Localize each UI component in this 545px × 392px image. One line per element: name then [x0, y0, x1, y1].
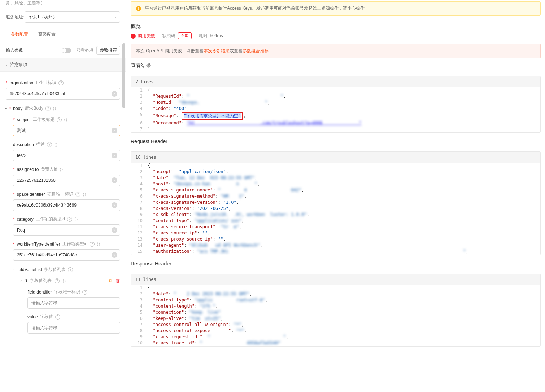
response-header-code[interactable]: 1{2 "date": " 2 Dec 2023 08:22:55 GMT",3…	[131, 285, 540, 346]
main-panel: ! 平台通过已登录用户信息获取当前账号临时Access Keys、发起调用可能对…	[126, 0, 545, 392]
latency-label: 耗时:	[199, 33, 209, 38]
response-header-lines: 11 lines	[131, 274, 540, 285]
help-icon[interactable]: ?	[45, 106, 51, 111]
workitemTypeIdentifier-input[interactable]	[13, 249, 120, 261]
code-icon[interactable]: ⟨⟩	[74, 217, 78, 222]
fieldIdentifier-input[interactable]	[27, 297, 120, 309]
spaceIdentifier-input[interactable]	[13, 199, 120, 211]
field-hint: 字段唯一标识	[54, 289, 80, 295]
sidebar: 务、风险、主题等） 服务地址: 华东1（杭州） ▾ 参数配置 高级配置 输入参数…	[0, 0, 126, 392]
status-code-badge: 400	[178, 32, 192, 39]
required-star: *	[13, 242, 15, 247]
required-star: *	[6, 80, 8, 85]
help-icon[interactable]: ?	[75, 192, 80, 197]
service-endpoint-select[interactable]: 华东1（杭州） ▾	[25, 11, 120, 23]
field-value: value 字段值?	[27, 314, 120, 334]
input-params-label: 输入参数	[6, 47, 23, 53]
code-icon[interactable]: ⟨⟩	[53, 106, 56, 111]
param-recommend-button[interactable]: 参数推荐	[96, 46, 120, 55]
field-category: *category 工作项的类型id?⟨⟩ ×	[13, 216, 120, 236]
result-title: 查看结果	[131, 62, 541, 69]
code-icon[interactable]: ⟨⟩	[64, 117, 67, 122]
warning-icon: !	[136, 6, 141, 11]
help-icon[interactable]: ?	[58, 80, 64, 85]
clear-icon[interactable]: ×	[112, 128, 117, 133]
chevron-down-icon: ›	[4, 108, 9, 109]
field-fieldIdentifier: fieldIdentifier 字段唯一标识?	[27, 289, 120, 309]
help-icon[interactable]: ?	[67, 217, 72, 222]
help-icon[interactable]: ?	[55, 314, 60, 320]
delete-icon[interactable]: 🗑	[115, 278, 120, 284]
status-code-label: 状态码:	[162, 33, 176, 38]
field-hint: 项目唯一标识	[47, 191, 73, 197]
field-hint: 请求Body	[25, 105, 43, 111]
clear-icon[interactable]: ×	[112, 91, 117, 97]
field-key: subject	[17, 117, 31, 122]
form-area: *organizationId 企业标识? × › * body 请求Body …	[0, 72, 126, 392]
top-note: 务、风险、主题等）	[0, 0, 126, 8]
chevron-down-icon: ›	[12, 269, 16, 270]
result-code-panel: 7 lines 1{ 2 "RequestId": " ", 3 "HostId…	[131, 76, 541, 133]
service-row: 服务地址: 华东1（杭州） ▾	[0, 8, 126, 28]
clear-icon[interactable]: ×	[112, 252, 117, 258]
field-spaceIdentifier: *spaceIdentifier 项目唯一标识?⟨⟩ ×	[13, 191, 120, 211]
diag-prefix: 本次 OpenAPI 调用失败，点击查看	[136, 48, 204, 53]
code-icon[interactable]: ⟨⟩	[54, 142, 58, 147]
warning-banner: ! 平台通过已登录用户信息获取当前账号临时Access Keys、发起调用可能对…	[131, 1, 541, 16]
clear-icon[interactable]: ×	[112, 153, 117, 158]
field-key: description	[13, 142, 34, 147]
organizationId-input[interactable]	[6, 88, 120, 100]
help-icon[interactable]: ?	[47, 142, 52, 147]
request-header-code[interactable]: 1{2 "accept": "application/json",3 "date…	[131, 163, 540, 255]
fieldValueList-collapse[interactable]: › fieldValueList 字段值列表 ?	[13, 267, 120, 273]
diagnosis-box: 本次 OpenAPI 调用失败，点击查看本次诊断结果或查看参数组合推荐	[131, 44, 541, 58]
call-fail: 调用失败	[131, 33, 155, 39]
required-star: *	[13, 192, 15, 197]
field-key: fieldValueList	[17, 267, 42, 272]
field-key: value	[27, 314, 38, 320]
request-header-title: Request Header	[131, 138, 541, 144]
code-icon[interactable]: ⟨⟩	[62, 278, 66, 283]
assignedTo-input[interactable]	[13, 175, 120, 186]
service-label: 服务地址:	[6, 14, 25, 20]
description-input[interactable]	[13, 150, 120, 161]
field-assignedTo: *assignedTo 负责人id⟨⟩ ×	[13, 166, 120, 186]
clear-icon[interactable]: ×	[112, 177, 117, 183]
overview-title: 概览	[131, 23, 541, 30]
copy-icon[interactable]: ⧉	[109, 278, 112, 284]
request-header-panel: 16 lines 1{2 "accept": "application/json…	[131, 151, 541, 255]
result-code[interactable]: 1{ 2 "RequestId": " ", 3 "HostId": "devo…	[131, 87, 540, 132]
code-icon[interactable]: ⟨⟩	[60, 167, 63, 172]
code-icon[interactable]: ⟨⟩	[97, 242, 100, 247]
help-icon[interactable]: ?	[90, 242, 95, 247]
status-row: 调用失败 状态码: 400 耗时: 504ms	[131, 33, 541, 39]
list-item-0-header[interactable]: › 0 字段值列表 ? ⟨⟩ ⧉ 🗑	[20, 278, 120, 284]
clear-icon[interactable]: ×	[112, 227, 117, 233]
help-icon[interactable]: ?	[68, 267, 73, 272]
tab-param-config[interactable]: 参数配置	[6, 28, 33, 41]
field-key: category	[17, 217, 34, 222]
subject-input[interactable]	[13, 125, 120, 136]
field-hint: 工作项的类型id	[36, 216, 65, 222]
only-required-toggle[interactable]	[62, 48, 71, 53]
help-icon[interactable]: ?	[82, 290, 87, 295]
diag-link-result[interactable]: 本次诊断结果	[204, 48, 230, 53]
field-hint: 工作项类型id	[62, 241, 87, 247]
help-icon[interactable]: ?	[57, 117, 62, 122]
response-header-panel: 11 lines 1{2 "date": " 2 Dec 2023 08:22:…	[131, 274, 541, 347]
field-key: workitemTypeIdentifier	[17, 242, 60, 247]
code-icon[interactable]: ⟨⟩	[83, 192, 86, 197]
field-subject: *subject 工作项标题?⟨⟩ ×	[13, 116, 120, 136]
field-key: organizationId	[10, 80, 37, 85]
tab-advanced-config[interactable]: 高级配置	[33, 28, 61, 41]
clear-icon[interactable]: ×	[112, 202, 117, 208]
field-hint: 负责人id	[41, 166, 57, 172]
required-star: *	[9, 106, 11, 111]
help-icon[interactable]: ?	[54, 278, 60, 283]
value-input[interactable]	[27, 322, 120, 334]
diag-link-recommend[interactable]: 参数组合推荐	[243, 48, 269, 53]
category-input[interactable]	[13, 224, 120, 236]
scrollbar[interactable]	[122, 43, 125, 108]
body-collapse[interactable]: › * body 请求Body ? ⟨⟩	[6, 105, 120, 111]
notice-row[interactable]: › 注意事项	[0, 58, 126, 72]
